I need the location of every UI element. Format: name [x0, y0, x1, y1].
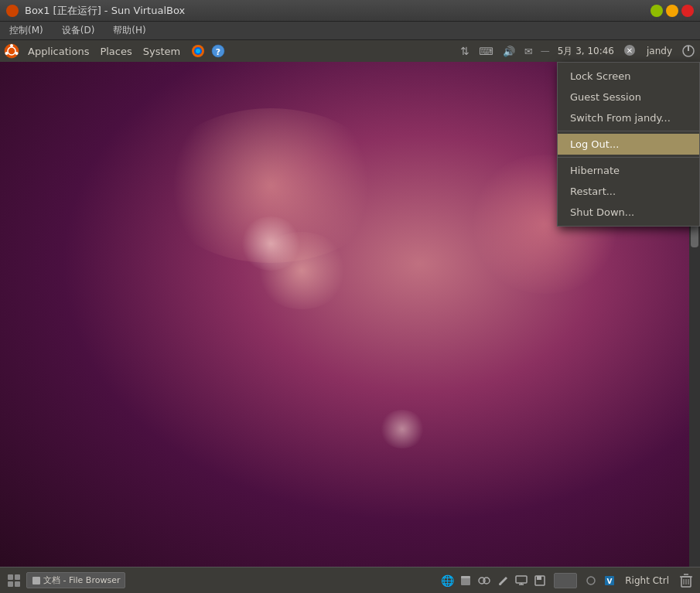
panel-places[interactable]: Places [95, 43, 136, 60]
sort-icon[interactable]: ⇅ [457, 43, 473, 59]
menu-item-switch-user[interactable]: Switch From jandy... [558, 107, 699, 128]
trash-icon[interactable] [677, 571, 695, 590]
svg-point-29 [587, 577, 595, 584]
panel-username: jandy [647, 46, 672, 56]
close-button[interactable] [681, 5, 694, 17]
menu-item-shut-down[interactable]: Shut Down... [558, 202, 699, 223]
ubuntu-panel: Applications Places System ? [0, 40, 700, 62]
help-icon[interactable]: ? [210, 43, 227, 60]
tray-edit-icon[interactable] [495, 573, 510, 588]
svg-rect-18 [32, 577, 40, 584]
svg-point-4 [5, 52, 9, 55]
svg-rect-24 [516, 576, 527, 583]
window-title: Box1 [正在运行] - Sun VirtualBox [25, 4, 650, 18]
menu-item-lock-screen[interactable]: Lock Screen [558, 66, 699, 87]
svg-point-3 [15, 52, 19, 55]
mail-icon[interactable]: ✉ [521, 44, 536, 59]
menu-separator-2 [558, 157, 699, 158]
firefox-icon[interactable] [190, 43, 207, 60]
svg-text:✕: ✕ [627, 46, 633, 55]
panel-applications[interactable]: Applications [23, 43, 94, 60]
tray-monitor-icon[interactable] [514, 573, 529, 588]
taskbar-separator-widget [554, 573, 577, 588]
panel-system[interactable]: System [138, 43, 185, 60]
svg-rect-20 [461, 576, 470, 578]
taskbar-app-icon[interactable] [5, 571, 23, 590]
maximize-button[interactable] [666, 5, 678, 17]
svg-rect-17 [15, 581, 20, 587]
vbox-menu-control[interactable]: 控制(M) [6, 22, 46, 39]
ubuntu-logo-icon[interactable] [3, 43, 20, 60]
svg-rect-28 [537, 576, 541, 580]
svg-point-2 [10, 44, 13, 47]
svg-rect-14 [8, 574, 13, 580]
menu-separator-1 [558, 131, 699, 131]
tray-package-icon[interactable] [458, 573, 473, 588]
resize-icon[interactable] [583, 573, 599, 588]
panel-dash: — [541, 46, 550, 56]
vbox-menu-devices[interactable]: 设备(D) [59, 22, 98, 39]
svg-rect-16 [8, 581, 13, 587]
right-ctrl-label: Right Ctrl [620, 574, 674, 588]
taskbar-left: 文档 - File Browser [5, 571, 125, 590]
menu-item-guest-session[interactable]: Guest Session [558, 87, 699, 107]
vbox-icon [6, 5, 19, 17]
vbox-menu-help[interactable]: 帮助(H) [110, 22, 149, 39]
svg-point-7 [196, 49, 200, 53]
svg-text:?: ? [216, 47, 220, 57]
svg-point-22 [483, 578, 490, 584]
keyboard-icon[interactable]: ⌨ [476, 44, 497, 59]
dropdown-menu: Lock Screen Guest Session Switch From ja… [557, 62, 700, 227]
minimize-button[interactable] [650, 5, 663, 17]
vbox-window: Box1 [正在运行] - Sun VirtualBox 控制(M) 设备(D)… [0, 0, 700, 593]
tray-globe-icon[interactable]: 🌐 [439, 573, 455, 588]
vbox-tray-icon[interactable]: V [602, 573, 617, 588]
panel-power-button[interactable] [680, 43, 697, 60]
menu-item-log-out[interactable]: Log Out... [558, 134, 699, 155]
ubuntu-taskbar: 文档 - File Browser 🌐 [0, 567, 700, 593]
taskbar-file-browser-label: 文档 - File Browser [43, 574, 120, 586]
title-bar: Box1 [正在运行] - Sun VirtualBox [0, 0, 700, 22]
desktop-area: Applications Places System ? [0, 40, 700, 593]
taskbar-right: 🌐 [439, 571, 695, 590]
panel-left: Applications Places System ? [3, 43, 228, 60]
menu-item-hibernate[interactable]: Hibernate [558, 160, 699, 181]
svg-text:V: V [607, 578, 613, 585]
vbox-menubar: 控制(M) 设备(D) 帮助(H) [0, 22, 700, 40]
menu-item-restart[interactable]: Restart... [558, 181, 699, 202]
tray-save-icon[interactable] [532, 573, 548, 588]
taskbar-file-browser[interactable]: 文档 - File Browser [26, 572, 125, 588]
svg-rect-15 [15, 574, 20, 580]
panel-right: ⇅ ⌨ 🔊 ✉ — 5月 3, 10:46 ✕ [457, 43, 697, 60]
tray-link-icon[interactable] [476, 573, 492, 588]
volume-icon[interactable]: 🔊 [500, 44, 518, 59]
window-controls [650, 5, 694, 17]
notification-icon[interactable]: ✕ [620, 43, 639, 60]
panel-user-button[interactable]: jandy [642, 44, 677, 58]
panel-datetime[interactable]: 5月 3, 10:46 [555, 43, 617, 60]
svg-rect-19 [461, 578, 470, 585]
